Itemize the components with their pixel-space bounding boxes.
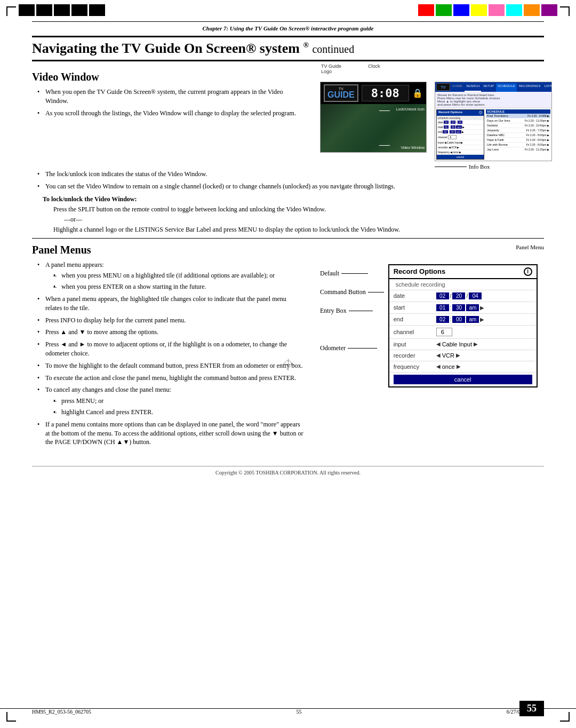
- tv-guide-icon-small: TV: [436, 83, 450, 92]
- copyright-text: Copyright © 2005 TOSHIBA CORPORATION. Al…: [32, 470, 544, 476]
- pm-sub-3: – press MENU; or: [53, 397, 304, 406]
- recorder-right-arrow[interactable]: ▶: [456, 352, 460, 358]
- channel-label: channel: [394, 329, 436, 335]
- schedule-row-4: JeopardyFri 2:20 - 7:25pm ▶: [486, 128, 550, 133]
- pm-bullet-9: If a panel menu contains more options th…: [37, 420, 304, 447]
- schedule-row-2: Days on Our livesFri 2:20 - 11:00pm ▶: [486, 118, 550, 123]
- video-bullet-4: You can set the Video Window to remain o…: [37, 182, 544, 191]
- mini-cancel-btn[interactable]: cancel: [437, 155, 484, 159]
- entry-box-label-row: Entry Box: [320, 307, 384, 315]
- date-month: 02: [436, 292, 449, 299]
- video-bullet-1: When you open the TV Guide On Screen® sy…: [37, 88, 304, 106]
- video-continued-bullets: The lock/unlock icon indicates the statu…: [32, 170, 544, 191]
- command-button-label-row: Command Button: [320, 288, 384, 296]
- end-arrow[interactable]: ▶: [480, 316, 484, 322]
- date-row: date 02 / 20 / 04: [389, 290, 537, 302]
- schedule-row-5: Dateline NBCFri 2:20 - 8:00pm ▶: [486, 133, 550, 138]
- mini-channel-row: channel 6: [437, 134, 484, 140]
- nav-tab-setup: SETUP: [482, 83, 495, 92]
- input-left-arrow[interactable]: ◀: [436, 341, 441, 347]
- channel-row: channel 6: [389, 326, 537, 339]
- pm-bullet-3: Press INFO to display help for the curre…: [37, 316, 304, 325]
- frequency-once-label: once: [442, 363, 455, 370]
- schedule-row-7: Life with BonnieFri 2:20 - 8:00pm ▶: [486, 143, 550, 147]
- left-text-column: Video Window When you open the TV Guide …: [32, 71, 304, 170]
- input-label: input: [394, 341, 436, 347]
- info-box-area: TV GUIDE SEARCH SETUP SCHEDULE RECORDING…: [435, 82, 552, 170]
- start-min: 30: [452, 304, 465, 311]
- color-block-cyan: [506, 4, 522, 16]
- schedule-row-6: Hope & FaithFri 2:20 - 8:03pm ▶: [486, 138, 550, 143]
- start-ampm: am: [466, 304, 479, 311]
- video-bullet-3: The lock/unlock icon indicates the statu…: [37, 170, 544, 179]
- video-window-heading: Video Window: [32, 71, 304, 83]
- tv-guide-logo-label: TV GuideLogo: [321, 64, 341, 74]
- panel-menus-layout: Panel Menus A panel menu appears: – when…: [32, 244, 544, 450]
- frequency-label: frequency: [394, 363, 436, 370]
- color-block-blue: [453, 4, 469, 16]
- default-label-row: Default: [320, 270, 384, 278]
- mini-record-panel: Record Optionsⓘ schedule recording date …: [436, 109, 484, 160]
- video-window-bullets: When you open the TV Guide On Screen® sy…: [32, 88, 304, 117]
- cancel-button[interactable]: cancel: [394, 375, 532, 384]
- lock-unlock-label: Lock/Unlock Icon: [396, 107, 425, 112]
- clock-label: Clock: [368, 64, 380, 69]
- pm-sub-bullets: – when you press MENU on a highlighted t…: [45, 271, 304, 291]
- start-hour: 01: [436, 304, 449, 311]
- start-label: start: [394, 304, 436, 311]
- panel-menu-label-top: Panel Menu: [320, 244, 544, 250]
- date-day: 20: [452, 292, 465, 299]
- lock-text-1: Press the SPLIT button on the remote con…: [43, 205, 544, 213]
- color-block-red: [418, 4, 434, 16]
- start-arrow[interactable]: ▶: [480, 305, 484, 311]
- recorder-left-arrow[interactable]: ◀: [436, 352, 441, 358]
- date-value: 02 / 20 / 04: [436, 292, 532, 299]
- pm-bullet-2: When a panel menu appears, the highlight…: [37, 295, 304, 313]
- footer-center-page: 55: [296, 709, 301, 715]
- recorder-vcr-label: VCR: [442, 352, 454, 359]
- mini-schedule-row: schedule recording: [437, 116, 484, 120]
- start-value: 01 : 30 am ▶: [436, 304, 532, 311]
- frequency-right-arrow[interactable]: ▶: [457, 363, 461, 369]
- clock-display: 8:08: [362, 85, 409, 101]
- footer-area: Copyright © 2005 TOSHIBA CORPORATION. Al…: [32, 466, 544, 476]
- nav-tab-recordings: RECORDINGS: [517, 83, 542, 92]
- end-label: end: [394, 316, 436, 322]
- mini-frequency-row: frequency◀once▶: [437, 150, 484, 155]
- frequency-value: ◀ once ▶: [436, 363, 461, 370]
- info-content-area: Record Optionsⓘ schedule recording date …: [435, 108, 551, 161]
- pm-bullet-6: To move the highlight to the default com…: [37, 361, 304, 370]
- input-row: input ◀ Cable Input ▶: [389, 339, 537, 350]
- mini-end-row: end 02 :00 am ▶: [437, 130, 484, 134]
- page-title: Navigating the TV Guide On Screen® syste…: [32, 36, 544, 61]
- start-row: start 01 : 30 am ▶: [389, 302, 537, 314]
- black-square-4: [71, 4, 87, 16]
- video-window-continuation: The lock/unlock icon indicates the statu…: [32, 170, 544, 234]
- info-box-screenshot: TV GUIDE SEARCH SETUP SCHEDULE RECORDING…: [435, 82, 552, 161]
- top-layout: Video Window When you open the TV Guide …: [32, 71, 544, 170]
- page-number-badge: 55: [519, 701, 544, 716]
- pm-sub-1: – when you press MENU on a highlighted t…: [53, 271, 304, 280]
- black-square-2: [36, 4, 52, 16]
- pm-sub-bullets-2: – press MENU; or – highlight Cancel and …: [45, 397, 304, 417]
- input-cable-label: Cable Input: [442, 341, 472, 347]
- channel-input[interactable]: 6: [436, 328, 452, 336]
- input-right-arrow[interactable]: ▶: [474, 341, 478, 347]
- schedule-recording-label: schedule recording: [394, 281, 532, 288]
- diagram-column: TV GuideLogo Clock TV GUIDE 8:08 🔒: [320, 71, 544, 170]
- recorder-label: recorder: [394, 352, 436, 359]
- schedule-row-8: Jay LenoFri 2:20 - 11:25pm ▶: [486, 147, 550, 152]
- nav-tab-listings: LISTINGS: [542, 83, 560, 92]
- channel-value: 6: [436, 328, 532, 336]
- mini-start-row: start 01 :30 am ▶: [437, 125, 484, 130]
- pm-bullet-7: To execute the action and close the pane…: [37, 374, 304, 383]
- corner-mark-tr: [560, 6, 570, 16]
- nav-tabs-bar: TV GUIDE SEARCH SETUP SCHEDULE RECORDING…: [435, 82, 551, 92]
- black-square-1: [19, 4, 35, 16]
- panel-menus-heading: Panel Menus: [32, 244, 304, 256]
- panel-menus-bullets: A panel menu appears: – when you press M…: [32, 260, 304, 447]
- frequency-left-arrow[interactable]: ◀: [436, 363, 441, 369]
- color-blocks: [418, 4, 557, 16]
- or-text: —or—: [43, 216, 544, 224]
- schedule-recording-row: schedule recording: [389, 279, 537, 290]
